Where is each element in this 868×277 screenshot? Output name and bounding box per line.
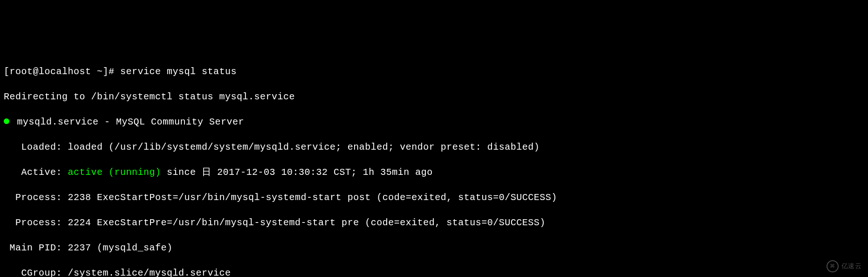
status-bullet-icon	[4, 118, 9, 124]
service-sep: -	[99, 117, 116, 127]
process-value: 2238 ExecStartPost=/usr/bin/mysql-system…	[68, 192, 557, 203]
loaded-label: Loaded:	[4, 142, 68, 152]
process-value: 2224 ExecStartPre=/usr/bin/mysql-systemd…	[68, 217, 546, 228]
watermark-text: 亿速云	[841, 260, 862, 272]
loaded-value: loaded (/usr/lib/systemd/system/mysqld.s…	[68, 142, 540, 152]
command-text: service mysql status	[120, 66, 237, 77]
terminal-output[interactable]: [root@localhost ~]# service mysql status…	[4, 53, 864, 277]
cgroup-value: /system.slice/mysqld.service	[68, 268, 231, 277]
process-label: Process:	[4, 217, 68, 228]
mainpid-value: 2237 (mysqld_safe)	[68, 242, 173, 253]
watermark-logo-icon: ⌘	[827, 260, 839, 272]
watermark: ⌘ 亿速云	[827, 260, 862, 272]
prompt-line: [root@localhost ~]# service mysql status	[4, 65, 864, 78]
active-since: since 日 2017-12-03 10:30:32 CST; 1h 35mi…	[161, 167, 433, 178]
cgroup-line: CGroup: /system.slice/mysqld.service	[4, 267, 864, 277]
loaded-line: Loaded: loaded (/usr/lib/systemd/system/…	[4, 141, 864, 153]
mainpid-label: Main PID:	[4, 242, 68, 253]
service-desc: MySQL Community Server	[116, 117, 244, 127]
mainpid-line: Main PID: 2237 (mysqld_safe)	[4, 242, 864, 254]
redirect-line: Redirecting to /bin/systemctl status mys…	[4, 90, 864, 103]
process-line-1: Process: 2238 ExecStartPost=/usr/bin/mys…	[4, 191, 864, 204]
service-name: mysqld.service	[17, 117, 99, 127]
process-label: Process:	[4, 192, 68, 203]
cgroup-label: CGroup:	[4, 268, 68, 277]
active-state: active (running)	[68, 167, 161, 178]
process-line-2: Process: 2224 ExecStartPre=/usr/bin/mysq…	[4, 216, 864, 229]
active-line: Active: active (running) since 日 2017-12…	[4, 166, 864, 179]
active-label: Active:	[4, 167, 68, 178]
prompt-prefix: [root@localhost ~]#	[4, 66, 120, 77]
service-header-line: mysqld.service - MySQL Community Server	[4, 116, 864, 128]
